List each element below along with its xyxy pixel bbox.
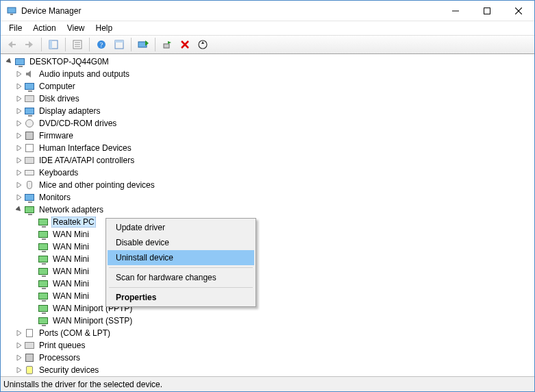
ctx-disable-device[interactable]: Disable device	[108, 235, 254, 250]
svg-rect-11	[49, 40, 52, 49]
tree-category[interactable]: Display adapters	[1, 105, 534, 117]
back-button[interactable]	[3, 37, 20, 52]
tree-category[interactable]: Audio inputs and outputs	[1, 68, 534, 80]
properties-button[interactable]	[69, 37, 86, 52]
tree-device[interactable]: WAN Mini	[1, 265, 534, 278]
network-adapter-icon	[38, 266, 49, 277]
toolbar-separator	[41, 38, 42, 51]
expand-icon[interactable]	[14, 193, 24, 202]
tree-device[interactable]: WAN Mini	[1, 228, 534, 241]
close-button[interactable]	[503, 1, 534, 21]
expand-icon[interactable]	[14, 353, 24, 363]
expand-icon[interactable]	[14, 156, 24, 165]
window-controls	[440, 1, 534, 21]
expand-icon[interactable]	[14, 365, 24, 375]
tree-category-network[interactable]: Network adapters	[1, 204, 534, 216]
security-icon	[24, 365, 35, 376]
help-button[interactable]: ?	[93, 37, 110, 52]
tree-category[interactable]: DVD/CD-ROM drives	[1, 117, 534, 130]
firmware-icon	[24, 130, 35, 141]
svg-marker-31	[17, 84, 21, 89]
context-menu-separator	[109, 267, 253, 268]
collapse-icon[interactable]	[14, 205, 24, 215]
svg-marker-37	[17, 158, 21, 163]
expand-icon[interactable]	[14, 143, 24, 153]
ctx-scan-hardware[interactable]: Scan for hardware changes	[108, 270, 254, 285]
menu-action[interactable]: Action	[27, 22, 61, 34]
tree-device[interactable]: WAN Mini	[1, 290, 534, 302]
context-menu: Update driver Disable device Uninstall d…	[105, 218, 256, 307]
window-title: Device Manager	[21, 6, 440, 16]
tree-device-selected[interactable]: Realtek PC	[1, 216, 534, 228]
show-hide-tree-button[interactable]	[45, 37, 62, 52]
svg-rect-3	[484, 8, 490, 14]
network-adapter-icon	[38, 315, 49, 326]
ctx-uninstall-device[interactable]: Uninstall device	[108, 250, 254, 265]
toolbar-separator	[131, 38, 132, 51]
tree-device[interactable]: WAN Mini	[1, 278, 534, 290]
tree-category[interactable]: Mice and other pointing devices	[1, 179, 534, 191]
menu-view[interactable]: View	[62, 22, 90, 34]
network-adapter-icon	[38, 217, 49, 228]
device-manager-window: Device Manager File Action View Help ?	[0, 0, 535, 392]
expand-icon[interactable]	[14, 168, 24, 177]
expand-icon[interactable]	[14, 341, 24, 350]
tree-category[interactable]: Processors	[1, 352, 534, 364]
status-text: Uninstalls the driver for the selected d…	[3, 380, 162, 389]
minimize-button[interactable]	[440, 1, 471, 21]
expand-icon[interactable]	[14, 180, 24, 190]
expand-icon[interactable]	[14, 69, 24, 79]
context-menu-separator	[109, 287, 253, 288]
svg-marker-41	[16, 206, 23, 213]
network-adapter-icon	[38, 254, 49, 265]
app-icon	[6, 5, 17, 16]
svg-rect-1	[10, 14, 13, 15]
tree-category[interactable]: Print queues	[1, 339, 534, 352]
expand-icon[interactable]	[14, 94, 24, 103]
expand-icon[interactable]	[14, 106, 24, 116]
tree-category[interactable]: Keyboards	[1, 167, 534, 179]
update-driver-button[interactable]	[135, 37, 151, 52]
action1-button[interactable]	[111, 37, 127, 52]
collapse-icon[interactable]	[5, 57, 14, 66]
expand-icon[interactable]	[14, 119, 24, 128]
forward-button[interactable]	[21, 37, 38, 52]
network-adapter-icon	[38, 229, 49, 240]
tree-category[interactable]: Firmware	[1, 130, 534, 142]
device-tree[interactable]: DESKTOP-JQ44G0M Audio inputs and outputs…	[1, 54, 534, 376]
hid-icon	[24, 143, 35, 154]
statusbar: Uninstalls the driver for the selected d…	[1, 376, 534, 391]
enable-button[interactable]	[159, 37, 175, 52]
scan-hardware-button[interactable]	[195, 37, 211, 52]
tree-category[interactable]: Ports (COM & LPT)	[1, 327, 534, 339]
tree-category[interactable]: Computer	[1, 80, 534, 93]
menu-help[interactable]: Help	[90, 22, 119, 34]
expand-icon[interactable]	[14, 131, 24, 140]
ctx-properties[interactable]: Properties	[108, 290, 254, 305]
tree-device[interactable]: WAN Mini	[1, 241, 534, 253]
tree-root[interactable]: DESKTOP-JQ44G0M	[1, 56, 534, 68]
uninstall-button[interactable]	[177, 37, 193, 52]
expand-icon[interactable]	[14, 328, 24, 338]
tree-category[interactable]: Disk drives	[1, 93, 534, 105]
menu-file[interactable]: File	[3, 22, 27, 34]
keyboard-icon	[24, 167, 35, 178]
tree-device[interactable]: WAN Miniport (SSTP)	[1, 315, 534, 327]
tree-device[interactable]: WAN Miniport (PPTP)	[1, 302, 534, 315]
svg-rect-19	[115, 40, 123, 42]
tree-category[interactable]: Monitors	[1, 191, 534, 204]
mouse-icon	[24, 180, 35, 191]
svg-marker-23	[168, 41, 171, 44]
tree-category[interactable]: IDE ATA/ATAPI controllers	[1, 154, 534, 167]
tree-category[interactable]: Security devices	[1, 364, 534, 376]
tree-device[interactable]: WAN Mini	[1, 253, 534, 265]
svg-rect-0	[8, 8, 16, 13]
tree-category[interactable]: Human Interface Devices	[1, 142, 534, 154]
expand-icon[interactable]	[14, 82, 24, 91]
network-adapter-icon	[38, 303, 49, 314]
svg-marker-42	[17, 330, 21, 336]
dvd-icon	[24, 118, 35, 129]
maximize-button[interactable]	[471, 1, 503, 21]
ctx-update-driver[interactable]: Update driver	[108, 220, 254, 235]
ports-icon	[24, 328, 35, 339]
